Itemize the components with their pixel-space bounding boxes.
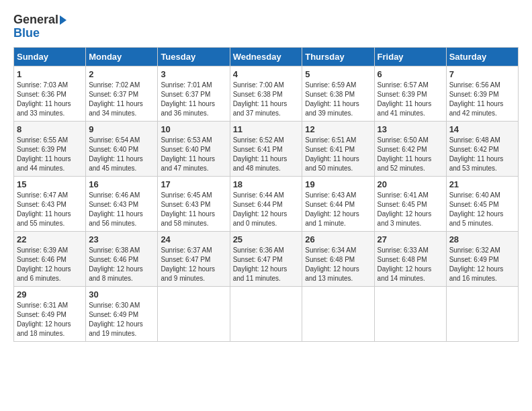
day-number: 17 [161, 179, 226, 189]
day-number: 6 [378, 69, 443, 79]
day-info: Sunrise: 6:45 AM Sunset: 6:43 PM Dayligh… [161, 191, 226, 228]
day-info: Sunrise: 6:38 AM Sunset: 6:46 PM Dayligh… [89, 246, 154, 283]
calendar-day-3: 3Sunrise: 7:01 AM Sunset: 6:37 PM Daylig… [158, 66, 230, 121]
day-info: Sunrise: 6:59 AM Sunset: 6:38 PM Dayligh… [305, 81, 371, 118]
day-number: 10 [161, 124, 226, 134]
weekday-header-row: SundayMondayTuesdayWednesdayThursdayFrid… [14, 47, 519, 66]
calendar-day-25: 25Sunrise: 6:36 AM Sunset: 6:47 PM Dayli… [230, 231, 302, 286]
day-number: 5 [305, 69, 371, 79]
day-info: Sunrise: 6:31 AM Sunset: 6:49 PM Dayligh… [17, 301, 83, 338]
day-number: 27 [378, 234, 443, 244]
day-number: 15 [17, 179, 83, 189]
calendar-day-10: 10Sunrise: 6:53 AM Sunset: 6:40 PM Dayli… [158, 121, 230, 176]
empty-cell [230, 286, 302, 341]
day-info: Sunrise: 6:56 AM Sunset: 6:39 PM Dayligh… [449, 81, 515, 118]
day-number: 26 [305, 234, 371, 244]
calendar-day-5: 5Sunrise: 6:59 AM Sunset: 6:38 PM Daylig… [302, 66, 374, 121]
day-info: Sunrise: 6:50 AM Sunset: 6:42 PM Dayligh… [378, 136, 443, 173]
day-number: 28 [449, 234, 515, 244]
calendar-day-11: 11Sunrise: 6:52 AM Sunset: 6:41 PM Dayli… [230, 121, 302, 176]
calendar-day-4: 4Sunrise: 7:00 AM Sunset: 6:38 PM Daylig… [230, 66, 302, 121]
calendar-day-18: 18Sunrise: 6:44 AM Sunset: 6:44 PM Dayli… [230, 176, 302, 231]
calendar-day-30: 30Sunrise: 6:30 AM Sunset: 6:49 PM Dayli… [86, 286, 158, 341]
day-info: Sunrise: 6:30 AM Sunset: 6:49 PM Dayligh… [89, 301, 154, 338]
empty-cell [302, 286, 374, 341]
day-number: 8 [17, 124, 83, 134]
logo: General Blue [13, 13, 66, 40]
day-number: 20 [378, 179, 443, 189]
day-number: 24 [161, 234, 226, 244]
day-number: 1 [17, 69, 83, 79]
calendar-day-14: 14Sunrise: 6:48 AM Sunset: 6:42 PM Dayli… [446, 121, 518, 176]
day-info: Sunrise: 6:55 AM Sunset: 6:39 PM Dayligh… [17, 136, 83, 173]
day-info: Sunrise: 6:53 AM Sunset: 6:40 PM Dayligh… [161, 136, 226, 173]
calendar-week-3: 15Sunrise: 6:47 AM Sunset: 6:43 PM Dayli… [14, 176, 519, 231]
day-info: Sunrise: 6:41 AM Sunset: 6:45 PM Dayligh… [378, 191, 443, 228]
page-header: General Blue [13, 13, 519, 40]
calendar-day-17: 17Sunrise: 6:45 AM Sunset: 6:43 PM Dayli… [158, 176, 230, 231]
empty-cell [446, 286, 518, 341]
calendar-day-28: 28Sunrise: 6:32 AM Sunset: 6:49 PM Dayli… [446, 231, 518, 286]
calendar-day-19: 19Sunrise: 6:43 AM Sunset: 6:44 PM Dayli… [302, 176, 374, 231]
day-info: Sunrise: 6:44 AM Sunset: 6:44 PM Dayligh… [233, 191, 300, 228]
day-info: Sunrise: 7:02 AM Sunset: 6:37 PM Dayligh… [89, 81, 154, 118]
empty-cell [158, 286, 230, 341]
day-info: Sunrise: 6:34 AM Sunset: 6:48 PM Dayligh… [305, 246, 371, 283]
day-number: 12 [305, 124, 371, 134]
day-number: 3 [161, 69, 226, 79]
weekday-monday: Monday [86, 47, 158, 66]
day-number: 13 [378, 124, 443, 134]
calendar-day-27: 27Sunrise: 6:33 AM Sunset: 6:48 PM Dayli… [374, 231, 446, 286]
day-info: Sunrise: 6:32 AM Sunset: 6:49 PM Dayligh… [449, 246, 515, 283]
calendar-day-29: 29Sunrise: 6:31 AM Sunset: 6:49 PM Dayli… [14, 286, 86, 341]
calendar-day-7: 7Sunrise: 6:56 AM Sunset: 6:39 PM Daylig… [446, 66, 518, 121]
weekday-wednesday: Wednesday [230, 47, 302, 66]
calendar-day-13: 13Sunrise: 6:50 AM Sunset: 6:42 PM Dayli… [374, 121, 446, 176]
weekday-tuesday: Tuesday [158, 47, 230, 66]
empty-cell [374, 286, 446, 341]
day-info: Sunrise: 6:43 AM Sunset: 6:44 PM Dayligh… [305, 191, 371, 228]
calendar-week-4: 22Sunrise: 6:39 AM Sunset: 6:46 PM Dayli… [14, 231, 519, 286]
calendar-week-5: 29Sunrise: 6:31 AM Sunset: 6:49 PM Dayli… [14, 286, 519, 341]
day-number: 23 [89, 234, 154, 244]
calendar-day-15: 15Sunrise: 6:47 AM Sunset: 6:43 PM Dayli… [14, 176, 86, 231]
weekday-friday: Friday [374, 47, 446, 66]
day-info: Sunrise: 6:47 AM Sunset: 6:43 PM Dayligh… [17, 191, 83, 228]
day-number: 21 [449, 179, 515, 189]
calendar-day-1: 1Sunrise: 7:03 AM Sunset: 6:36 PM Daylig… [14, 66, 86, 121]
calendar-day-2: 2Sunrise: 7:02 AM Sunset: 6:37 PM Daylig… [86, 66, 158, 121]
day-number: 22 [17, 234, 83, 244]
day-info: Sunrise: 6:33 AM Sunset: 6:48 PM Dayligh… [378, 246, 443, 283]
calendar-day-8: 8Sunrise: 6:55 AM Sunset: 6:39 PM Daylig… [14, 121, 86, 176]
day-number: 2 [89, 69, 154, 79]
day-info: Sunrise: 6:40 AM Sunset: 6:45 PM Dayligh… [449, 191, 515, 228]
calendar-day-24: 24Sunrise: 6:37 AM Sunset: 6:47 PM Dayli… [158, 231, 230, 286]
day-info: Sunrise: 7:03 AM Sunset: 6:36 PM Dayligh… [17, 81, 83, 118]
day-number: 7 [449, 69, 515, 79]
calendar-day-23: 23Sunrise: 6:38 AM Sunset: 6:46 PM Dayli… [86, 231, 158, 286]
day-info: Sunrise: 6:37 AM Sunset: 6:47 PM Dayligh… [161, 246, 226, 283]
day-number: 30 [89, 289, 154, 300]
calendar-day-6: 6Sunrise: 6:57 AM Sunset: 6:39 PM Daylig… [374, 66, 446, 121]
day-number: 29 [17, 289, 83, 300]
calendar-day-22: 22Sunrise: 6:39 AM Sunset: 6:46 PM Dayli… [14, 231, 86, 286]
weekday-sunday: Sunday [14, 47, 86, 66]
calendar-day-21: 21Sunrise: 6:40 AM Sunset: 6:45 PM Dayli… [446, 176, 518, 231]
day-number: 4 [233, 69, 300, 79]
day-info: Sunrise: 6:39 AM Sunset: 6:46 PM Dayligh… [17, 246, 83, 283]
day-info: Sunrise: 6:36 AM Sunset: 6:47 PM Dayligh… [233, 246, 300, 283]
weekday-saturday: Saturday [446, 47, 518, 66]
day-number: 14 [449, 124, 515, 134]
day-info: Sunrise: 7:00 AM Sunset: 6:38 PM Dayligh… [233, 81, 300, 118]
day-number: 16 [89, 179, 154, 189]
calendar-day-9: 9Sunrise: 6:54 AM Sunset: 6:40 PM Daylig… [86, 121, 158, 176]
day-number: 19 [305, 179, 371, 189]
calendar-body: 1Sunrise: 7:03 AM Sunset: 6:36 PM Daylig… [14, 66, 519, 341]
day-number: 11 [233, 124, 300, 134]
calendar-week-2: 8Sunrise: 6:55 AM Sunset: 6:39 PM Daylig… [14, 121, 519, 176]
day-info: Sunrise: 6:46 AM Sunset: 6:43 PM Dayligh… [89, 191, 154, 228]
day-info: Sunrise: 6:52 AM Sunset: 6:41 PM Dayligh… [233, 136, 300, 173]
day-number: 18 [233, 179, 300, 189]
calendar-day-12: 12Sunrise: 6:51 AM Sunset: 6:41 PM Dayli… [302, 121, 374, 176]
weekday-thursday: Thursday [302, 47, 374, 66]
